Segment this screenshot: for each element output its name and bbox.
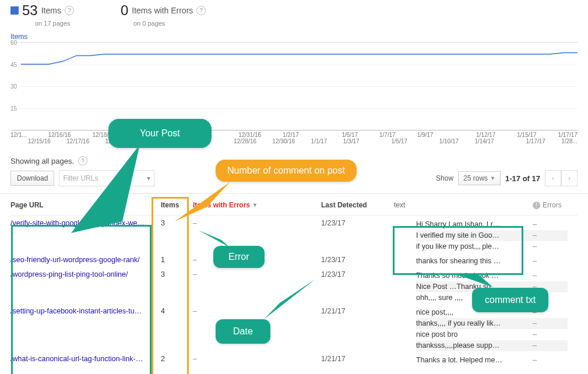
col-page-url[interactable]: Page URL xyxy=(10,201,161,209)
col-errors[interactable]: ! Errors xyxy=(533,201,568,209)
x-tick: 1/9/17 xyxy=(417,132,434,138)
last-detected-cell: 1/23/17 xyxy=(321,219,394,227)
table-row[interactable]: /what-is-canonical-url-tag-function-link… xyxy=(10,351,578,366)
page-url-link[interactable]: /setting-up-facebook-instant-articles-tu… xyxy=(10,307,149,315)
x-tick: 12/16/16 xyxy=(48,132,71,138)
items-cell: 2 xyxy=(161,355,193,363)
comment-text: if you like my post,,, ple… xyxy=(416,241,533,252)
chart-line xyxy=(21,43,578,129)
comment-text: thanks for shearing this … xyxy=(416,256,533,267)
sort-desc-icon: ▼ xyxy=(252,202,258,208)
x-tick: 12/2... xyxy=(136,132,153,138)
x-tick: 12/18/16 xyxy=(92,132,115,138)
items-cell: 3 xyxy=(161,219,193,227)
errors-cell: ––– xyxy=(533,270,568,304)
help-icon[interactable]: ? xyxy=(78,156,87,165)
data-table: Page URL Items Items with Errors ▼ Last … xyxy=(0,194,588,366)
x-tick: 1/15/17 xyxy=(517,132,536,138)
col-items[interactable]: Items xyxy=(161,201,193,209)
legend-square-icon xyxy=(10,6,19,15)
comment-text: ohh,,,, sure ,,,, xyxy=(416,292,533,304)
col-text[interactable]: text xyxy=(394,201,416,209)
x-tick: 12/31/16 xyxy=(238,132,261,138)
comment-text: nice post,,,, xyxy=(416,307,533,318)
toolbar: Download Filter URLs ▾ Show 25 rows ▼ 1-… xyxy=(0,170,588,194)
table-row[interactable]: /wordpress-ping-list-ping-tool-online/3–… xyxy=(10,267,578,304)
page-url-link[interactable]: /what-is-canonical-url-tag-function-link… xyxy=(10,355,149,363)
items-errors-cell: – xyxy=(193,219,321,227)
errors-subtext: on 0 pages xyxy=(133,20,206,27)
status-row: Showing all pages. ? xyxy=(0,148,588,170)
download-button[interactable]: Download xyxy=(10,171,54,186)
items-cell: 4 xyxy=(161,307,193,315)
line-chart: 15304560 xyxy=(10,42,578,130)
items-cell: 3 xyxy=(161,270,193,278)
errors-label: Items with Errors xyxy=(132,6,193,15)
show-label: Show xyxy=(436,174,453,182)
table-row[interactable]: /seo-friendly-url-wordpress-google-rank/… xyxy=(10,252,578,267)
errors-cell: – xyxy=(533,256,568,267)
errors-summary: 0 Items with Errors ? on 0 pages xyxy=(121,2,206,27)
x-tick: 1/7/17 xyxy=(379,132,396,138)
comment-cell: Hi Sharry I am Ishan, I r…I verified my … xyxy=(416,219,533,252)
errors-cell: –––– xyxy=(533,307,568,351)
prev-page-button[interactable]: ‹ xyxy=(545,170,561,186)
summary-row: 53 Items ? on 17 pages 0 Items with Erro… xyxy=(0,0,588,27)
table-row[interactable]: /verify-site-with-google-bing-yandex-we…… xyxy=(10,216,578,252)
items-subtext: on 17 pages xyxy=(35,20,74,27)
page-range: 1-17 of 17 xyxy=(505,174,540,183)
comment-text: nice post bro xyxy=(416,329,533,340)
error-badge-icon: ! xyxy=(533,202,540,209)
last-detected-cell: 1/23/17 xyxy=(321,270,394,278)
y-tick: 60 xyxy=(10,40,17,46)
rows-select[interactable]: 25 rows ▼ xyxy=(458,171,501,185)
x-tick: 1/5/17 xyxy=(341,132,358,138)
items-summary: 53 Items ? on 17 pages xyxy=(10,2,74,27)
page-url-link[interactable]: /verify-site-with-google-bing-yandex-we… xyxy=(10,219,149,227)
x-tick: 1/28... xyxy=(561,138,578,144)
rows-select-label: 25 rows xyxy=(463,174,488,182)
comment-text: thanks,,,, if you really lik… xyxy=(416,318,533,329)
comment-cell: Thanks so much. book …Nice Post …Thanku … xyxy=(416,270,533,304)
comment-text: Nice Post …Thanku so … xyxy=(416,281,533,292)
table-row[interactable]: /setting-up-facebook-instant-articles-tu… xyxy=(10,304,578,351)
chart-title: Items xyxy=(0,27,588,42)
help-icon[interactable]: ? xyxy=(196,6,206,15)
x-tick: 12/15/16 xyxy=(28,138,51,144)
y-tick: 45 xyxy=(10,61,17,68)
items-errors-cell: – xyxy=(193,307,321,315)
x-tick: 1/14/17 xyxy=(474,138,494,144)
filter-icon: ▾ xyxy=(147,174,150,182)
x-tick: 12/1... xyxy=(10,132,27,138)
x-tick: 1/5/17 xyxy=(391,138,407,144)
x-tick: 1/17/17 xyxy=(558,132,577,138)
col-items-errors[interactable]: Items with Errors ▼ xyxy=(193,201,321,209)
items-label: Items xyxy=(41,6,61,15)
comment-cell: thanks for shearing this … xyxy=(416,256,533,267)
col-last-detected[interactable]: Last Detected xyxy=(321,201,394,209)
comment-cell: nice post,,,,thanks,,,, if you really li… xyxy=(416,307,533,351)
x-tick: 12/30/16 xyxy=(272,138,295,144)
help-icon[interactable]: ? xyxy=(65,6,74,15)
x-tick: 12/23/16 xyxy=(140,138,163,144)
x-tick: 12/25/16 xyxy=(179,138,202,144)
page-url-link[interactable]: /wordpress-ping-list-ping-tool-online/ xyxy=(10,270,149,278)
x-tick: 12/20... xyxy=(105,138,125,144)
filter-placeholder: Filter URLs xyxy=(63,174,98,182)
table-header: Page URL Items Items with Errors ▼ Last … xyxy=(10,194,578,216)
filter-input[interactable]: Filter URLs ▾ xyxy=(59,170,154,186)
x-tick: 12/17/16 xyxy=(66,138,89,144)
x-tick: 1/17/17 xyxy=(526,138,545,144)
items-cell: 1 xyxy=(161,256,193,264)
items-errors-cell: – xyxy=(193,256,321,264)
items-errors-cell: – xyxy=(193,270,321,278)
x-tick: 1/12/17 xyxy=(476,132,495,138)
x-tick: 12/28/16 xyxy=(234,138,256,144)
col-items-errors-label: Items with Errors xyxy=(193,201,250,209)
next-page-button[interactable]: › xyxy=(561,170,578,186)
items-errors-cell: – xyxy=(193,355,321,363)
items-count: 53 xyxy=(22,2,38,19)
errors-count: 0 xyxy=(121,2,128,19)
page-url-link[interactable]: /seo-friendly-url-wordpress-google-rank/ xyxy=(10,256,149,264)
x-tick: 1/1/17 xyxy=(311,138,328,144)
